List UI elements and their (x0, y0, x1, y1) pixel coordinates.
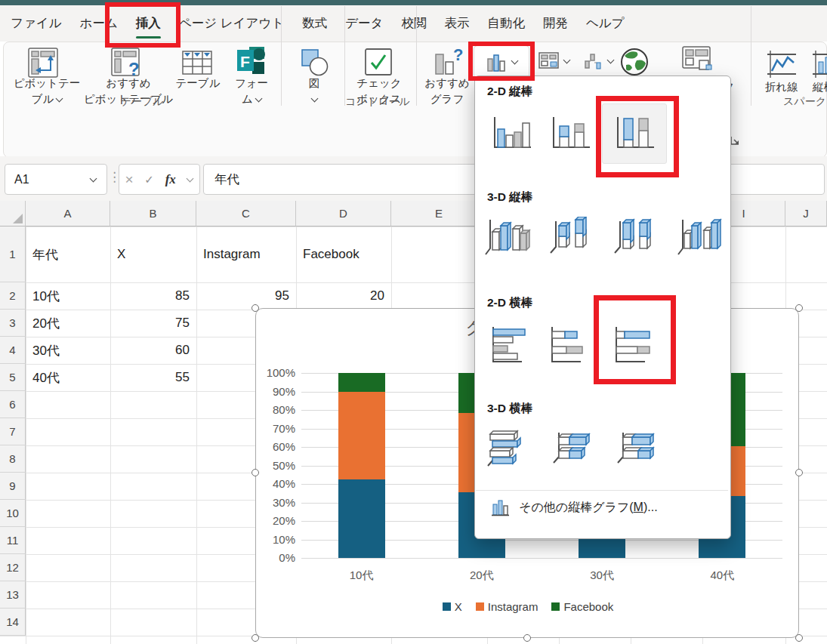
row-header-7[interactable]: 7 (0, 418, 26, 445)
column-header-E[interactable]: E (391, 201, 487, 226)
ribbon-tab-表示[interactable]: 表示 (435, 5, 478, 42)
select-all-button[interactable] (0, 201, 26, 226)
recommended-charts-label[interactable]: おすすめ グラフ (417, 75, 477, 107)
ribbon-tab-ページ レイアウト[interactable]: ページ レイアウト (170, 5, 293, 42)
x-axis-label-10代: 10代 (324, 569, 400, 583)
menu-item-3d-stacked-bar[interactable] (544, 421, 598, 475)
column-header-B[interactable]: B (110, 201, 196, 226)
cell-B1[interactable]: X (110, 226, 196, 282)
cell-A2[interactable]: 10代 (26, 282, 110, 310)
row-header-10[interactable]: 10 (0, 500, 26, 527)
menu-item-clustered-column[interactable] (484, 103, 538, 164)
chart-selection-handle[interactable] (251, 634, 259, 642)
insert-statistic-chart-button[interactable] (577, 47, 619, 75)
cell-B5[interactable]: 55 (110, 364, 196, 391)
menu-separator (476, 490, 728, 491)
cell-A3[interactable]: 20代 (26, 310, 110, 337)
chart-selection-handle[interactable] (795, 469, 803, 476)
row-header-2[interactable]: 2 (0, 282, 26, 310)
cell-C1[interactable]: Instagram (196, 226, 296, 282)
ribbon-tab-ヘルプ[interactable]: ヘルプ (577, 5, 634, 42)
legend-item-X[interactable]: X (443, 600, 462, 613)
chart-selection-handle[interactable] (795, 634, 803, 642)
row-header-14[interactable]: 14 (0, 609, 26, 636)
menu-item-stacked-bar[interactable] (543, 315, 597, 375)
group-divider (344, 6, 345, 106)
menu-item-3d-clustered-bar[interactable] (480, 421, 534, 475)
row-header-11[interactable]: 11 (0, 527, 26, 554)
cell-B3[interactable]: 75 (110, 310, 196, 337)
more-column-charts-icon (490, 498, 510, 517)
chart-selection-handle[interactable] (251, 469, 259, 476)
title-bar (0, 0, 827, 5)
table-label[interactable]: テーブル (168, 75, 228, 91)
cancel-icon[interactable]: × (125, 171, 133, 188)
row-header-5[interactable]: 5 (0, 364, 26, 391)
row-header-1[interactable]: 1 (0, 226, 26, 282)
legend-item-Instagram[interactable]: Instagram (476, 600, 538, 613)
menu-item-3d-100-stacked-column[interactable] (608, 209, 662, 263)
column-header-J[interactable]: J (785, 201, 827, 226)
insert-hierarchy-chart-button[interactable] (532, 47, 576, 75)
row-header-13[interactable]: 13 (0, 581, 26, 609)
column-header-A[interactable]: A (26, 201, 110, 226)
sparkline-line-label[interactable]: 折れ線 (758, 79, 805, 95)
ribbon-tab-挿入[interactable]: 挿入 (127, 5, 170, 42)
sparkline-line-button[interactable] (764, 48, 799, 83)
cell-C2[interactable]: 95 (196, 282, 296, 310)
fx-icon[interactable]: fx (165, 172, 176, 187)
menu-item-3d-column[interactable] (672, 209, 727, 263)
cell-A5[interactable]: 40代 (26, 364, 110, 391)
cell-B4[interactable]: 60 (110, 337, 196, 364)
enter-icon[interactable]: ✓ (144, 173, 154, 186)
cell-A1[interactable]: 年代 (26, 226, 110, 282)
row-header-4[interactable]: 4 (0, 337, 26, 364)
bar-segment-Facebook-10代[interactable] (338, 373, 385, 392)
column-header-D[interactable]: D (296, 201, 391, 226)
menu-item-3d-clustered-column[interactable] (480, 209, 534, 263)
chevron-down-icon[interactable] (90, 175, 97, 183)
column-header-C[interactable]: C (196, 201, 296, 226)
menu-item-3d-stacked-column[interactable] (544, 209, 598, 263)
insert-column-chart-button[interactable] (474, 45, 529, 79)
row-header-9[interactable]: 9 (0, 473, 26, 500)
cell-D1[interactable]: Facebook (296, 226, 391, 282)
illustrations-label[interactable]: 図 (293, 75, 335, 107)
menu-item-100-stacked-column[interactable] (602, 103, 667, 164)
name-box[interactable]: A1 (5, 164, 107, 195)
menu-item-3d-100-stacked-bar[interactable] (608, 421, 662, 475)
row-header-12[interactable]: 12 (0, 554, 26, 581)
ribbon-tab-ファイル[interactable]: ファイル (2, 5, 71, 42)
row-header-6[interactable]: 6 (0, 391, 26, 418)
cell-D2[interactable]: 20 (296, 282, 391, 310)
more-column-charts-item[interactable]: その他の縦棒グラフ(M)... (490, 498, 658, 517)
menu-item-clustered-bar[interactable] (484, 315, 538, 375)
bar-segment-Instagram-10代[interactable] (338, 392, 385, 479)
ribbon-tab-開発[interactable]: 開発 (534, 5, 577, 42)
bar-segment-X-10代[interactable] (338, 479, 385, 558)
menu-item-stacked-column[interactable] (543, 103, 597, 164)
row-header-3[interactable]: 3 (0, 310, 26, 337)
ribbon-tab-bar: ファイルホーム挿入ページ レイアウト数式データ校閲表示自動化開発ヘルプ (0, 5, 827, 42)
menu-item-100-stacked-bar[interactable] (602, 315, 667, 375)
cell-B2[interactable]: 85 (110, 282, 196, 310)
chart-selection-handle[interactable] (523, 634, 531, 642)
ribbon-tab-ホーム[interactable]: ホーム (71, 5, 127, 42)
chart-legend[interactable]: XInstagramFacebook (256, 600, 800, 613)
insert-pivotchart-button[interactable] (681, 45, 714, 79)
hierarchy-chart-icon (538, 52, 560, 70)
ribbon-tab-自動化[interactable]: 自動化 (478, 5, 534, 42)
chart-selection-handle[interactable] (251, 304, 259, 312)
ribbon-tab-校閲[interactable]: 校閲 (392, 5, 435, 42)
sparkline-column-button[interactable] (810, 48, 827, 83)
charts-dialog-launcher[interactable] (730, 135, 741, 149)
chevron-down-icon[interactable] (186, 175, 193, 183)
legend-label: Instagram (488, 600, 538, 613)
ribbon-tab-数式[interactable]: 数式 (293, 5, 336, 42)
legend-item-Facebook[interactable]: Facebook (551, 600, 613, 613)
row-header-8[interactable]: 8 (0, 445, 26, 473)
chart-selection-handle[interactable] (795, 304, 803, 312)
cell-A4[interactable]: 30代 (26, 337, 110, 364)
legend-label: Facebook (563, 600, 613, 613)
sparkline-column-label[interactable]: 縦棒 (813, 79, 827, 95)
